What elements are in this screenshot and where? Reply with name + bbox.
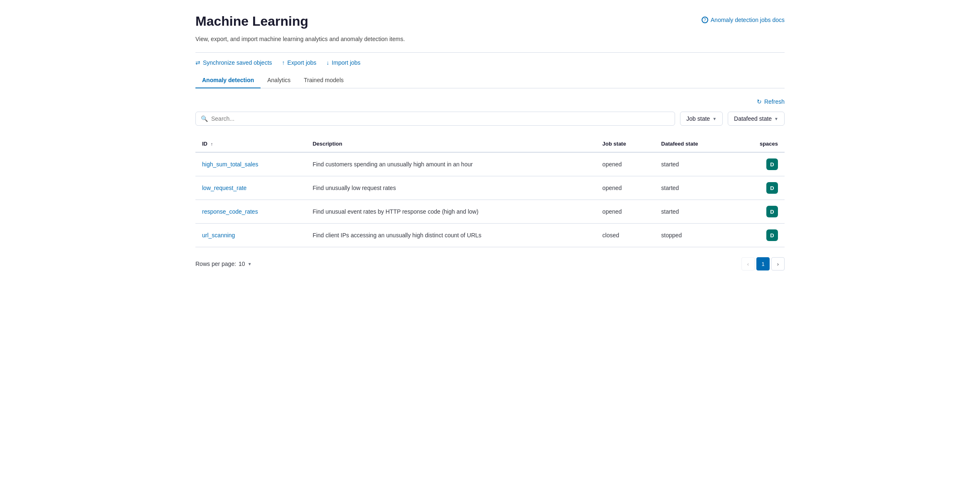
job-id-link[interactable]: url_scanning bbox=[202, 232, 235, 239]
cell-spaces: D bbox=[734, 224, 785, 247]
cell-job-id: url_scanning bbox=[195, 224, 306, 247]
search-icon: 🔍 bbox=[201, 115, 208, 122]
col-spaces: spaces bbox=[734, 136, 785, 152]
cell-datafeed-state: started bbox=[655, 176, 734, 200]
search-input[interactable] bbox=[211, 115, 670, 122]
next-page-button[interactable]: › bbox=[771, 257, 785, 270]
cell-datafeed-state: stopped bbox=[655, 224, 734, 247]
cell-datafeed-state: started bbox=[655, 200, 734, 224]
import-jobs-button[interactable]: ↓ Import jobs bbox=[327, 59, 361, 66]
cell-job-id: response_code_rates bbox=[195, 200, 306, 224]
pagination-controls: ‹ 1 › bbox=[741, 257, 785, 270]
cell-description: Find unusual event rates by HTTP respons… bbox=[306, 200, 595, 224]
header-divider bbox=[195, 52, 785, 53]
cell-job-state: opened bbox=[596, 176, 655, 200]
space-badge: D bbox=[766, 229, 778, 241]
cell-description: Find client IPs accessing an unusually h… bbox=[306, 224, 595, 247]
pagination-row: Rows per page: 10 ▼ ‹ 1 › bbox=[195, 254, 785, 270]
rows-per-page-chevron-icon: ▼ bbox=[248, 262, 252, 266]
space-badge: D bbox=[766, 158, 778, 170]
cell-job-id: low_request_rate bbox=[195, 176, 306, 200]
cell-job-state: opened bbox=[596, 200, 655, 224]
col-job-state: Job state bbox=[596, 136, 655, 152]
refresh-button[interactable]: ↻ Refresh bbox=[757, 98, 785, 105]
docs-icon: ? bbox=[702, 17, 708, 23]
rows-per-page-selector[interactable]: Rows per page: 10 ▼ bbox=[195, 261, 252, 267]
chevron-down-icon: ▼ bbox=[774, 117, 778, 121]
table-row: response_code_rates Find unusual event r… bbox=[195, 200, 785, 224]
page-1-button[interactable]: 1 bbox=[756, 257, 770, 270]
controls-row: ↻ Refresh bbox=[195, 98, 785, 105]
page-title: Machine Learning bbox=[195, 13, 308, 29]
export-icon: ↑ bbox=[282, 59, 285, 66]
prev-page-button[interactable]: ‹ bbox=[741, 257, 755, 270]
docs-link[interactable]: ? Anomaly detection jobs docs bbox=[702, 17, 785, 23]
tab-trained-models[interactable]: Trained models bbox=[297, 73, 350, 88]
job-id-link[interactable]: low_request_rate bbox=[202, 185, 246, 191]
cell-description: Find customers spending an unusually hig… bbox=[306, 152, 595, 176]
chevron-down-icon: ▼ bbox=[712, 117, 717, 121]
cell-datafeed-state: started bbox=[655, 152, 734, 176]
sync-icon: ⇄ bbox=[195, 59, 200, 66]
space-badge: D bbox=[766, 206, 778, 217]
tab-anomaly-detection[interactable]: Anomaly detection bbox=[195, 73, 261, 88]
cell-description: Find unusually low request rates bbox=[306, 176, 595, 200]
page-description: View, export, and import machine learnin… bbox=[195, 36, 785, 42]
search-box[interactable]: 🔍 bbox=[195, 112, 675, 126]
cell-spaces: D bbox=[734, 200, 785, 224]
tab-analytics[interactable]: Analytics bbox=[261, 73, 297, 88]
col-datafeed-state: Datafeed state bbox=[655, 136, 734, 152]
job-id-link[interactable]: high_sum_total_sales bbox=[202, 161, 258, 168]
job-id-link[interactable]: response_code_rates bbox=[202, 208, 258, 215]
tabs-bar: Anomaly detection Analytics Trained mode… bbox=[195, 73, 785, 88]
col-id[interactable]: ID ↑ bbox=[195, 136, 306, 152]
job-state-filter[interactable]: Job state ▼ bbox=[680, 112, 723, 126]
cell-job-state: opened bbox=[596, 152, 655, 176]
col-description: Description bbox=[306, 136, 595, 152]
table-header-row: ID ↑ Description Job state Datafeed stat… bbox=[195, 136, 785, 152]
search-filters-row: 🔍 Job state ▼ Datafeed state ▼ bbox=[195, 112, 785, 126]
cell-spaces: D bbox=[734, 176, 785, 200]
cell-job-state: closed bbox=[596, 224, 655, 247]
cell-spaces: D bbox=[734, 152, 785, 176]
sort-asc-icon: ↑ bbox=[211, 141, 213, 146]
table-row: low_request_rate Find unusually low requ… bbox=[195, 176, 785, 200]
table-row: high_sum_total_sales Find customers spen… bbox=[195, 152, 785, 176]
sync-button[interactable]: ⇄ Synchronize saved objects bbox=[195, 59, 272, 66]
cell-job-id: high_sum_total_sales bbox=[195, 152, 306, 176]
datafeed-state-filter[interactable]: Datafeed state ▼ bbox=[728, 112, 785, 126]
import-icon: ↓ bbox=[327, 59, 329, 66]
jobs-table: ID ↑ Description Job state Datafeed stat… bbox=[195, 136, 785, 247]
refresh-icon: ↻ bbox=[757, 98, 762, 105]
export-jobs-button[interactable]: ↑ Export jobs bbox=[282, 59, 317, 66]
toolbar: ⇄ Synchronize saved objects ↑ Export job… bbox=[195, 59, 785, 66]
space-badge: D bbox=[766, 182, 778, 194]
table-row: url_scanning Find client IPs accessing a… bbox=[195, 224, 785, 247]
